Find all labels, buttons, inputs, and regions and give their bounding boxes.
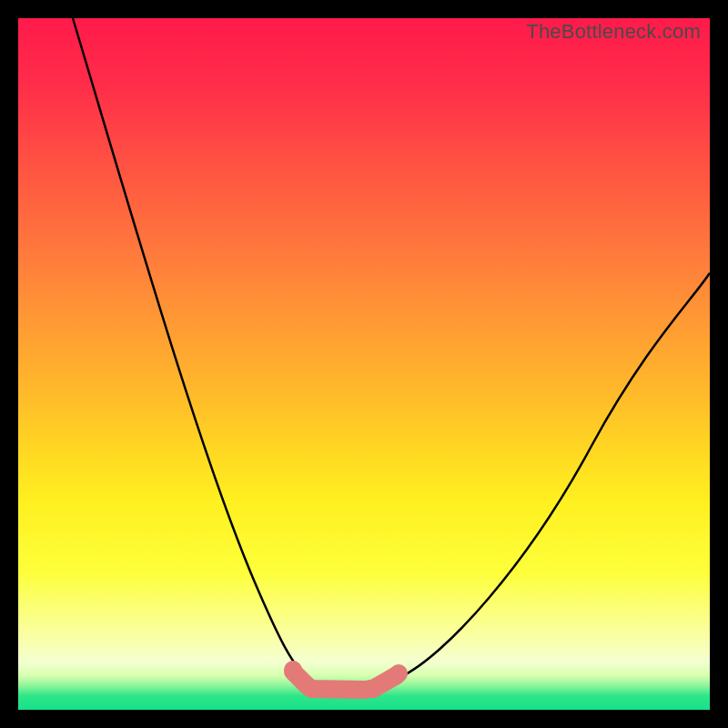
outer-frame: TheBottleneck.com bbox=[0, 0, 728, 728]
plot-area: TheBottleneck.com bbox=[18, 18, 710, 710]
chart-canvas bbox=[18, 18, 710, 710]
left-curve bbox=[73, 18, 302, 673]
trough-dot-right bbox=[389, 664, 408, 682]
trough-dot-lmid bbox=[300, 678, 318, 696]
trough-dot-rmid bbox=[360, 680, 379, 698]
right-curve bbox=[400, 273, 710, 677]
trough-dot-left bbox=[284, 661, 302, 679]
